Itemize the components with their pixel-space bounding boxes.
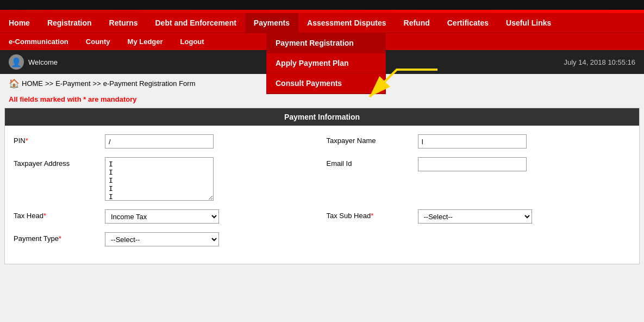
form-body: PIN* Taxpayer Name Taxpayer Address I I … <box>5 126 639 264</box>
nav-item-my-ledger[interactable]: My Ledger <box>119 33 172 50</box>
form-col-tax-sub-head: Tax Sub Head* --Select-- <box>327 209 631 224</box>
form-col-tax-head: Tax Head* Income Tax Other <box>14 209 318 224</box>
tax-sub-head-label: Tax Sub Head* <box>327 209 414 220</box>
breadcrumb-home[interactable]: HOME <box>22 79 43 88</box>
nav-item-home[interactable]: Home <box>0 13 39 33</box>
form-col-payment-type: Payment Type* --Select-- <box>14 232 630 246</box>
dropdown-item-apply-payment-plan[interactable]: Apply Payment Plan <box>267 53 385 73</box>
breadcrumb-current: e-Payment Registration Form <box>103 79 196 88</box>
welcome-text: Welcome <box>28 58 58 66</box>
nav-item-registration[interactable]: Registration <box>39 13 101 33</box>
top-black-bar <box>0 0 644 10</box>
breadcrumb-separator-2: >> <box>93 79 101 88</box>
form-section: Payment Information PIN* Taxpayer Name T… <box>4 108 640 264</box>
nav-item-certificates[interactable]: Certificates <box>439 13 497 33</box>
taxpayer-name-input[interactable] <box>418 134 527 148</box>
form-col-taxpayer-name: Taxpayer Name <box>327 134 631 148</box>
payment-type-label: Payment Type* <box>14 232 101 243</box>
dropdown-item-consult-payments[interactable]: Consult Payments <box>267 73 385 94</box>
form-section-header: Payment Information <box>5 108 639 126</box>
breadcrumb-link-epayment[interactable]: E-Payment <box>55 79 90 88</box>
timestamp: July 14, 2018 10:55:16 <box>564 58 635 66</box>
form-row-pin-name: PIN* Taxpayer Name <box>14 134 630 148</box>
nav-item-logout[interactable]: Logout <box>172 33 213 50</box>
nav-item-debt-enforcement[interactable]: Debt and Enforcement <box>147 13 245 33</box>
tax-head-select[interactable]: Income Tax Other <box>105 209 219 224</box>
payments-dropdown: Payment Registration Apply Payment Plan … <box>266 33 386 94</box>
home-icon: 🏠 <box>9 78 20 89</box>
payment-type-select[interactable]: --Select-- <box>105 232 219 246</box>
nav-item-useful-links[interactable]: Useful Links <box>497 13 560 33</box>
taxpayer-address-input[interactable]: I I I I I <box>105 157 214 201</box>
taxpayer-name-label: Taxpayer Name <box>327 134 414 145</box>
form-col-address: Taxpayer Address I I I I I <box>14 157 318 201</box>
form-row-payment-type: Payment Type* --Select-- <box>14 232 630 246</box>
tax-head-label: Tax Head* <box>14 209 101 220</box>
nav-item-payments[interactable]: Payments <box>245 13 298 33</box>
tax-sub-head-select[interactable]: --Select-- <box>418 209 532 224</box>
pin-input[interactable] <box>105 134 214 148</box>
email-input[interactable] <box>418 157 527 171</box>
form-col-pin: PIN* <box>14 134 318 148</box>
dropdown-item-payment-registration[interactable]: Payment Registration <box>267 33 385 53</box>
primary-nav: Home Registration Returns Debt and Enfor… <box>0 13 644 33</box>
form-col-email: Email Id <box>327 157 631 171</box>
avatar: 👤 <box>9 54 24 70</box>
taxpayer-address-label: Taxpayer Address <box>14 157 101 168</box>
nav-item-e-communication[interactable]: e-Communication <box>0 33 77 50</box>
pin-label: PIN* <box>14 134 101 145</box>
email-label: Email Id <box>327 157 414 168</box>
nav-item-county[interactable]: County <box>77 33 119 50</box>
breadcrumb-separator-1: >> <box>45 79 53 88</box>
mandatory-note: All fields marked with * are mandatory <box>0 93 644 108</box>
nav-item-refund[interactable]: Refund <box>395 13 439 33</box>
form-row-tax-head: Tax Head* Income Tax Other Tax Sub Head*… <box>14 209 630 224</box>
form-row-address-email: Taxpayer Address I I I I I Email Id <box>14 157 630 201</box>
nav-item-assessment-disputes[interactable]: Assessment Disputes <box>298 13 395 33</box>
nav-item-returns[interactable]: Returns <box>101 13 147 33</box>
